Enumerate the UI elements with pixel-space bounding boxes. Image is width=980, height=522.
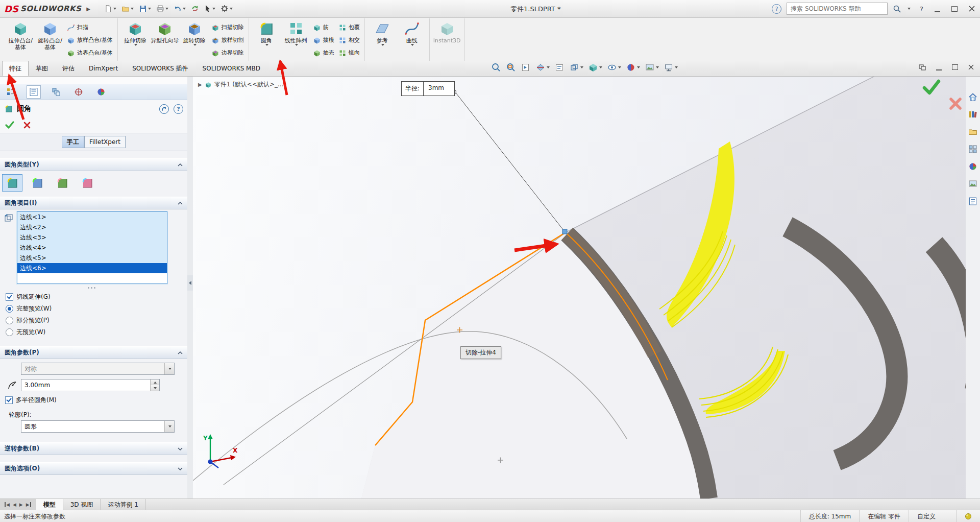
curves-button[interactable]: 曲线 bbox=[397, 18, 427, 46]
face-fillet-button[interactable] bbox=[52, 174, 72, 192]
full-preview-radio[interactable] bbox=[6, 305, 13, 313]
tab-features[interactable]: 特征 bbox=[2, 61, 29, 76]
flyout-expand-arrow-icon[interactable]: ▶ bbox=[198, 82, 202, 87]
lofted-cut-button[interactable]: 放样切割 bbox=[209, 34, 246, 46]
edge-list[interactable]: 边线<1> 边线<2> 边线<3> 边线<4> 边线<5> 边线<6> bbox=[17, 211, 167, 284]
pm-help-icon[interactable]: ? bbox=[174, 104, 183, 114]
doc-close-button[interactable] bbox=[968, 64, 974, 70]
view-settings-button[interactable] bbox=[664, 62, 678, 73]
help-search-input[interactable] bbox=[790, 5, 885, 13]
save-button[interactable] bbox=[137, 3, 153, 15]
minimize-button[interactable] bbox=[935, 6, 940, 12]
section-view-button[interactable] bbox=[535, 62, 550, 73]
select-button[interactable] bbox=[203, 3, 217, 15]
edit-appearance-button[interactable] bbox=[626, 62, 640, 73]
callout-value-field[interactable]: 3mm bbox=[424, 82, 454, 96]
symmetric-combo[interactable]: 对称 bbox=[21, 363, 175, 375]
view-orientation-button[interactable] bbox=[569, 62, 583, 73]
extruded-boss-button[interactable]: 拉伸凸台/基体 bbox=[6, 18, 35, 51]
boundary-cut-button[interactable]: 边界切除 bbox=[209, 46, 246, 59]
fillet-button[interactable]: 圆角 bbox=[252, 18, 281, 46]
edge-list-item[interactable]: 边线<4> bbox=[17, 243, 167, 253]
linear-pattern-button[interactable]: 线性阵列 bbox=[281, 18, 311, 46]
no-preview-radio[interactable] bbox=[6, 328, 13, 336]
maximize-button[interactable] bbox=[951, 6, 958, 12]
swept-boss-button[interactable]: 扫描 bbox=[65, 21, 115, 34]
boundary-boss-button[interactable]: 边界凸台/基体 bbox=[65, 46, 115, 59]
configuration-manager-tab[interactable] bbox=[49, 85, 63, 99]
doc-restore-button[interactable] bbox=[952, 64, 958, 70]
close-button[interactable] bbox=[969, 6, 975, 12]
viewport-cancel-button[interactable] bbox=[948, 97, 963, 111]
extruded-cut-button[interactable]: 拉伸切除 bbox=[120, 18, 150, 46]
search-icon[interactable] bbox=[893, 5, 901, 13]
variable-size-fillet-button[interactable] bbox=[27, 174, 47, 192]
wrap-button[interactable]: 包覆 bbox=[336, 21, 362, 34]
multi-radius-checkbox[interactable] bbox=[5, 396, 13, 404]
cascade-windows-icon[interactable] bbox=[919, 64, 926, 70]
scenes-button[interactable] bbox=[967, 178, 978, 189]
help-button[interactable]: ? bbox=[920, 5, 923, 13]
doc-minimize-button[interactable] bbox=[936, 64, 942, 70]
feature-tree-flyout[interactable]: ▶ 零件1 (默认<<默认>_... bbox=[198, 80, 283, 89]
edge-list-item[interactable]: 边线<5> bbox=[17, 253, 167, 263]
lofted-boss-button[interactable]: 放样凸台/基体 bbox=[65, 34, 115, 46]
intersect-button[interactable]: 相交 bbox=[336, 34, 362, 46]
pm-cancel-button[interactable] bbox=[23, 122, 31, 129]
feature-tree-tab[interactable] bbox=[4, 85, 18, 99]
rib-button[interactable]: 筋 bbox=[311, 21, 336, 34]
revolved-boss-button[interactable]: 旋转凸台/基体 bbox=[35, 18, 65, 51]
manual-mode-tab[interactable]: 手工 bbox=[62, 136, 84, 148]
pm-pin-icon[interactable] bbox=[159, 104, 169, 114]
hole-wizard-button[interactable]: 异型孔向导 bbox=[150, 18, 180, 44]
swept-cut-button[interactable]: 扫描切除 bbox=[209, 21, 246, 34]
display-manager-tab[interactable] bbox=[94, 85, 108, 99]
next-tab-button[interactable]: ▶ bbox=[19, 502, 23, 507]
property-manager-tab[interactable] bbox=[27, 85, 41, 99]
section-fillet-type[interactable]: 圆角类型(Y) bbox=[0, 158, 187, 171]
section-items-to-fillet[interactable]: 圆角项目(I) bbox=[0, 197, 187, 209]
edge-list-item-selected[interactable]: 边线<6> bbox=[17, 263, 167, 273]
shell-button[interactable]: 抽壳 bbox=[311, 46, 336, 59]
status-tag-button[interactable] bbox=[956, 510, 980, 522]
open-document-button[interactable] bbox=[120, 3, 135, 15]
model-tab[interactable]: 模型 bbox=[36, 499, 63, 510]
tab-dimxpert[interactable]: DimXpert bbox=[82, 61, 125, 76]
tab-mbd[interactable]: SOLIDWORKS MBD bbox=[195, 61, 267, 76]
panel-collapse-button[interactable] bbox=[187, 275, 193, 291]
reference-geometry-button[interactable]: 参考 bbox=[368, 18, 397, 46]
dimxpert-manager-tab[interactable] bbox=[71, 85, 86, 99]
viewport-ok-button[interactable] bbox=[922, 79, 941, 96]
graphics-viewport[interactable]: ▶ 零件1 (默认<<默认>_... 半径: 3mm 切除-拉伸4 Y bbox=[193, 76, 966, 499]
first-tab-button[interactable]: ◀ bbox=[5, 502, 10, 507]
motion-study-tab[interactable]: 运动算例 1 bbox=[101, 499, 145, 510]
tangent-propagation-checkbox[interactable] bbox=[6, 293, 13, 301]
file-explorer-button[interactable] bbox=[967, 126, 978, 137]
edge-list-item[interactable]: 边线<2> bbox=[17, 222, 167, 232]
resources-home-button[interactable] bbox=[967, 91, 978, 103]
tab-sketch[interactable]: 草图 bbox=[29, 61, 55, 76]
profile-combo[interactable]: 圆形 bbox=[21, 420, 175, 433]
apply-scene-button[interactable] bbox=[645, 62, 659, 73]
filletxpert-mode-tab[interactable]: FilletXpert bbox=[84, 136, 126, 148]
section-fillet-options[interactable]: 圆角选项(O) bbox=[0, 462, 187, 475]
help-circle-icon[interactable]: ? bbox=[772, 4, 781, 14]
design-library-button[interactable] bbox=[967, 109, 978, 120]
section-setback-parameters[interactable]: 逆转参数(B) bbox=[0, 442, 187, 455]
constant-size-fillet-button[interactable] bbox=[2, 174, 22, 192]
zoom-area-button[interactable] bbox=[506, 62, 516, 73]
custom-properties-button[interactable] bbox=[967, 196, 978, 207]
list-resize-handle[interactable] bbox=[0, 284, 183, 291]
undo-button[interactable] bbox=[172, 3, 187, 15]
radius-spinner[interactable] bbox=[150, 379, 159, 391]
partial-preview-radio[interactable] bbox=[6, 317, 13, 324]
last-tab-button[interactable]: ▶ bbox=[26, 502, 31, 507]
annotation-view-button[interactable] bbox=[554, 62, 565, 73]
section-fillet-parameters[interactable]: 圆角参数(P) bbox=[0, 346, 187, 359]
print-button[interactable] bbox=[155, 3, 170, 15]
full-round-fillet-button[interactable] bbox=[77, 174, 97, 192]
revolved-cut-button[interactable]: 旋转切除 bbox=[180, 18, 209, 46]
status-custom[interactable]: 自定义 bbox=[909, 510, 956, 522]
edge-list-item[interactable]: 边线<1> bbox=[17, 212, 167, 222]
new-document-button[interactable] bbox=[103, 3, 118, 15]
